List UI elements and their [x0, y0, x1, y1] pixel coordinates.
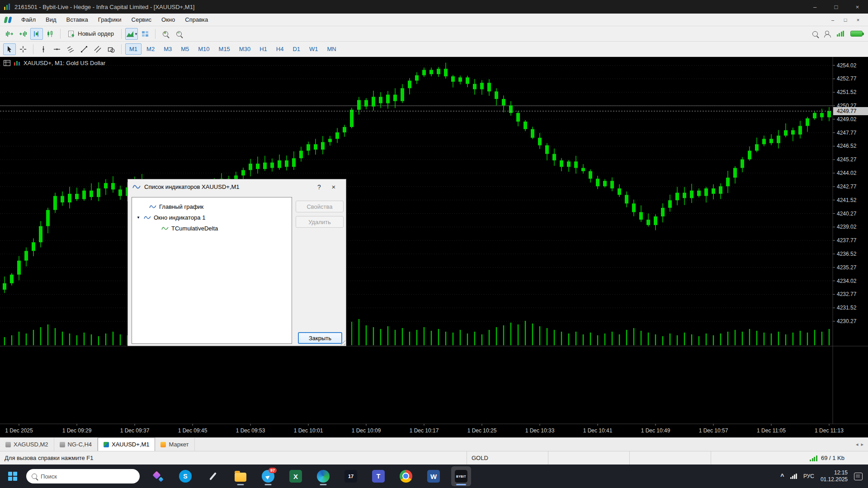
tab-scroll-left-icon[interactable]: ◂: [856, 441, 859, 447]
zoom-out-button[interactable]: −: [173, 28, 185, 40]
timeframe-m15[interactable]: M15: [215, 43, 234, 55]
tile-windows-button[interactable]: [139, 28, 151, 40]
timeframe-mn[interactable]: MN: [323, 43, 340, 55]
channel-tool-button[interactable]: [91, 43, 104, 55]
excel-icon: X: [289, 470, 302, 483]
menu-item-3[interactable]: Графики: [93, 14, 127, 25]
child-minimize-button[interactable]: –: [827, 15, 838, 24]
menu-item-1[interactable]: Вид: [41, 14, 61, 25]
clock-date: 01.12.2025: [821, 476, 848, 483]
file-explorer-icon[interactable]: [231, 466, 250, 486]
tile-windows-icon: [141, 30, 149, 38]
delete-button[interactable]: Удалить: [296, 216, 344, 228]
window-controls: – □ ×: [804, 0, 868, 14]
telegram-icon[interactable]: ▶97: [258, 466, 278, 486]
child-restore-button[interactable]: □: [840, 15, 851, 24]
properties-button[interactable]: Свойства: [296, 201, 344, 212]
menu-item-0[interactable]: Файл: [16, 14, 41, 25]
dropdown-caret-icon: ▾: [135, 32, 137, 36]
svg-text:1 Dec 09:53: 1 Dec 09:53: [236, 427, 265, 434]
shapes-tool-button[interactable]: [105, 43, 118, 55]
new-order-button[interactable]: Новый ордер: [64, 28, 118, 40]
crosshair-tool-button[interactable]: [17, 43, 29, 55]
trendline-tool-button[interactable]: [78, 43, 90, 55]
traffic-label: 69 / 1 Kb: [821, 455, 844, 461]
equidistant-lines-tool-button[interactable]: [64, 43, 77, 55]
dialog-titlebar[interactable]: Список индикаторов XAUUSD+,M1 ? ×: [128, 179, 346, 194]
chart-type-dropdown[interactable]: ▾: [125, 28, 138, 40]
timeframe-m10[interactable]: M10: [194, 43, 213, 55]
chart-tab-1[interactable]: NG-C,H4: [54, 438, 98, 451]
indicator-tree[interactable]: Главный график ▼ Окно индикатора 1 TCumu…: [132, 197, 292, 344]
word-icon[interactable]: W: [424, 466, 443, 486]
tab-scroll-right-icon[interactable]: ▸: [861, 441, 863, 447]
candlestick-mode-button[interactable]: [44, 28, 57, 40]
svg-text:1 Dec 10:41: 1 Dec 10:41: [583, 427, 613, 434]
restore-button[interactable]: □: [826, 0, 847, 14]
close-button[interactable]: ×: [847, 0, 868, 14]
taskbar-search-input[interactable]: Поиск: [26, 469, 140, 483]
language-indicator[interactable]: РУС: [803, 473, 814, 479]
vertical-line-tool-button[interactable]: [37, 43, 50, 55]
timeframe-h4[interactable]: H4: [272, 43, 288, 55]
chart-tab-3[interactable]: Маркет: [155, 438, 194, 451]
network-icon[interactable]: [790, 474, 797, 479]
tree-item-main-chart[interactable]: Главный график: [132, 201, 292, 212]
account-icon[interactable]: [824, 31, 830, 37]
quick-panel-icon[interactable]: [4, 60, 10, 66]
timeframe-m1[interactable]: M1: [125, 43, 142, 55]
status-bar: Для вызова справки нажмите F1 GOLD 69 / …: [0, 451, 868, 465]
teams-icon[interactable]: T: [368, 466, 388, 486]
cursor-tool-button[interactable]: [3, 43, 16, 55]
excel-icon[interactable]: X: [286, 466, 306, 486]
chart-tab-icon: [5, 442, 11, 447]
dialog-help-button[interactable]: ?: [312, 183, 326, 191]
menu-item-2[interactable]: Вставка: [61, 14, 93, 25]
search-icon: [32, 474, 37, 479]
tradingview-icon[interactable]: 17: [341, 466, 361, 486]
start-button[interactable]: [3, 466, 23, 486]
menu-item-6[interactable]: Справка: [180, 14, 213, 25]
tree-expand-icon[interactable]: ▼: [136, 216, 141, 220]
edge-icon: [317, 470, 330, 483]
zoom-in-button[interactable]: +: [159, 28, 172, 40]
chart-tab-label: XAUUSD+,M1: [112, 441, 149, 448]
child-window-controls: – □ ×: [827, 15, 863, 24]
menu-item-5[interactable]: Окно: [156, 14, 180, 25]
tree-item-indicator-window[interactable]: ▼ Окно индикатора 1: [132, 212, 292, 223]
chrome-icon[interactable]: [396, 466, 416, 486]
taskbar-clock[interactable]: 12:15 01.12.2025: [821, 469, 848, 483]
bar-chart-back-button[interactable]: [17, 28, 29, 40]
timeframe-h1[interactable]: H1: [255, 43, 271, 55]
trendline-icon: [80, 46, 88, 53]
minimize-button[interactable]: –: [804, 0, 826, 14]
notification-center-icon[interactable]: [854, 473, 863, 480]
chart-shift-button[interactable]: [30, 28, 43, 40]
timeframe-m3[interactable]: M3: [160, 43, 176, 55]
chart-tab-2[interactable]: XAUUSD+,M1: [98, 437, 155, 451]
dialog-close-button[interactable]: ×: [326, 183, 341, 191]
bar-chart-button[interactable]: [3, 28, 16, 40]
close-dialog-button[interactable]: Закрыть: [298, 332, 342, 344]
notes-icon[interactable]: [203, 466, 223, 486]
timeframe-d1[interactable]: D1: [288, 43, 304, 55]
chart-symbol-label: XAUUSD+, M1: Gold US Dollar: [24, 60, 105, 66]
timeframe-m30[interactable]: M30: [235, 43, 255, 55]
copilot-icon[interactable]: [148, 466, 168, 486]
horizontal-line-tool-button[interactable]: [51, 43, 63, 55]
search-icon[interactable]: [812, 31, 818, 37]
svg-text:1 Dec 11:05: 1 Dec 11:05: [757, 427, 786, 434]
open-indicator: [265, 484, 272, 485]
timeframe-w1[interactable]: W1: [305, 43, 322, 55]
messenger-icon[interactable]: S: [175, 466, 195, 486]
edge-icon[interactable]: [313, 466, 333, 486]
timeframe-m2[interactable]: M2: [142, 43, 159, 55]
chart-tab-0[interactable]: XAGUSD,M2: [0, 438, 54, 451]
tree-item-indicator[interactable]: TCumulativeDelta: [132, 223, 292, 234]
menu-item-4[interactable]: Сервис: [127, 14, 157, 25]
child-close-button[interactable]: ×: [853, 15, 863, 24]
bybit-icon[interactable]: BYBIT: [451, 466, 471, 486]
tools-toolbar: M1M2M3M5M10M15M30H1H4D1W1MN: [0, 42, 868, 57]
tray-chevron-icon[interactable]: ^: [780, 473, 784, 480]
timeframe-m5[interactable]: M5: [177, 43, 193, 55]
